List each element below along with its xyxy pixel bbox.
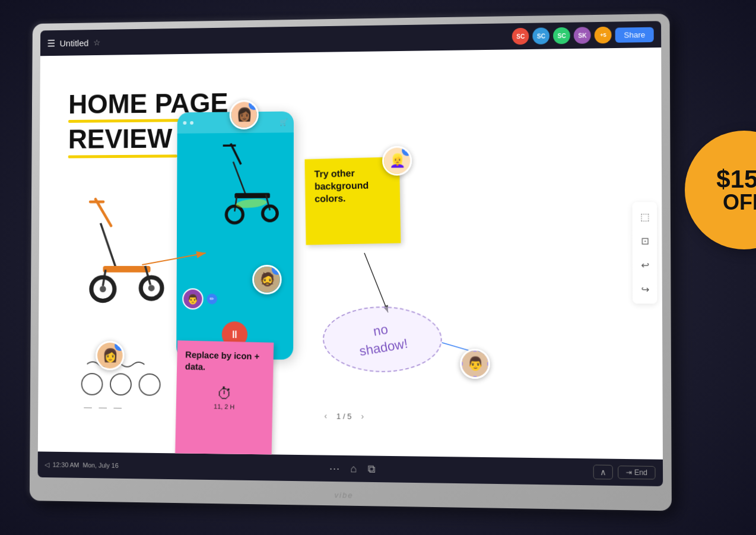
hamburger-icon[interactable]: ☰	[47, 37, 55, 49]
canvas-avatar-4: 👨	[460, 349, 490, 379]
price-badge-off: OFF	[723, 192, 756, 213]
bottombar-center: ⋯ ⌂ ⧉	[119, 459, 593, 479]
sticky-pink-text: Replace by icon + data.	[185, 349, 266, 373]
apps-icon[interactable]: ⋯	[329, 462, 339, 475]
sticky-yellow-text: Try other background colors.	[315, 167, 391, 205]
heading-underline-2	[68, 154, 177, 158]
monitor-inner: ☰ Untitled ☆ SC SC SC SK +5 Share	[38, 21, 663, 486]
svg-line-12	[233, 162, 246, 195]
circle-1	[81, 373, 103, 395]
avatar-2[interactable]: SC	[533, 27, 550, 45]
clock-time: 12:30 AM	[53, 461, 80, 468]
canvas-avatar-1-edit: ✏	[249, 100, 259, 110]
phone-dot-1	[183, 121, 186, 125]
share-button[interactable]: Share	[615, 27, 654, 42]
avatar-1[interactable]: SC	[512, 28, 529, 45]
avatar-4[interactable]: SK	[574, 27, 591, 44]
speech-bubble: noshadow!	[323, 306, 442, 373]
price-badge-amount: $150	[716, 167, 756, 192]
canvas-avatar-4-face: 👨	[462, 350, 488, 377]
svg-point-9	[148, 285, 155, 292]
page-prev-button[interactable]: ‹	[320, 410, 331, 422]
phone-edit-icon: ✏	[207, 294, 217, 305]
doc-title[interactable]: Untitled	[59, 37, 88, 48]
canvas-avatar-3: 👩 ✏	[96, 341, 125, 371]
avatar-more[interactable]: +5	[595, 27, 612, 44]
svg-rect-3	[103, 266, 151, 273]
phone-scooter-svg	[194, 132, 288, 227]
star-icon[interactable]: ☆	[93, 38, 101, 48]
toolbar-undo-icon[interactable]: ↩	[636, 257, 653, 274]
sticky-timer: ⏱ 11, 2 H	[184, 384, 265, 411]
bottombar-right: ∧ ⇥ End	[593, 465, 655, 480]
right-toolbar: ⬚ ⊡ ↩ ↪	[632, 202, 657, 303]
monitor-brand: vibe	[335, 490, 354, 500]
svg-line-2	[100, 223, 116, 269]
scooter-svg	[62, 183, 171, 312]
back-arrow-icon[interactable]: ◁	[45, 461, 49, 468]
home-icon[interactable]: ⌂	[350, 463, 357, 475]
canvas-area: HOME PAGE REVIEW	[38, 48, 663, 460]
phone-mockup: 🛒	[176, 112, 294, 360]
phone-cart-icon: 🛒	[279, 118, 288, 126]
phone-scooter-image	[194, 132, 276, 227]
monitor-shell: ☰ Untitled ☆ SC SC SC SK +5 Share	[30, 14, 672, 511]
dashes-decoration: — — —	[84, 402, 124, 411]
svg-line-20	[364, 253, 388, 312]
phone-user-emoji: 👨	[187, 293, 199, 305]
canvas-avatar-2-edit: ✏	[402, 146, 412, 156]
circle-3	[139, 373, 161, 396]
page-next-button[interactable]: ›	[357, 410, 367, 422]
svg-point-8	[100, 286, 106, 292]
canvas-avatar-3-edit: ✏	[115, 341, 125, 351]
timer-value: 11, 2 H	[184, 402, 264, 411]
page-indicator: 1 / 5	[336, 411, 351, 420]
circles-row	[81, 373, 161, 396]
end-icon: ⇥	[625, 468, 631, 476]
page-nav: ‹ 1 / 5 ›	[320, 410, 367, 422]
end-label: End	[634, 468, 647, 477]
date-text: Mon, July 16	[82, 461, 119, 469]
scooter-image-left	[62, 183, 171, 312]
avatar-3[interactable]: SC	[553, 27, 570, 45]
chevron-up-button[interactable]: ∧	[593, 465, 612, 480]
circle-2	[110, 373, 132, 395]
canvas-avatar-2: 👱‍♀️ ✏	[382, 146, 412, 176]
phone-dot-2	[190, 121, 193, 125]
price-badge: $150 OFF	[685, 131, 756, 249]
phone-user-avatar: 👨	[182, 289, 203, 310]
window-icon[interactable]: ⧉	[367, 463, 375, 475]
toolbar-redo-icon[interactable]: ↪	[636, 281, 653, 298]
canvas-avatar-5: 🧔 ✏	[252, 265, 282, 295]
scene: ☰ Untitled ☆ SC SC SC SK +5 Share	[0, 0, 756, 535]
topbar-right: SC SC SC SK +5 Share	[512, 26, 654, 45]
speech-bubble-text: noshadow!	[355, 318, 409, 360]
screen: ☰ Untitled ☆ SC SC SC SK +5 Share	[38, 21, 663, 486]
sticky-pink[interactable]: Replace by icon + data. ⏱ 11, 2 H	[175, 340, 274, 460]
phone-user: 👨 ✏	[182, 289, 217, 310]
toolbar-grid-icon[interactable]: ⊡	[636, 232, 653, 249]
toolbar-select-icon[interactable]: ⬚	[636, 208, 653, 225]
bottombar-left: ◁ 12:30 AM Mon, July 16	[45, 461, 119, 470]
svg-rect-13	[234, 193, 270, 198]
end-button[interactable]: ⇥ End	[618, 466, 656, 479]
timer-icon: ⏱	[185, 384, 265, 404]
topbar-left: ☰ Untitled ☆	[47, 37, 100, 49]
